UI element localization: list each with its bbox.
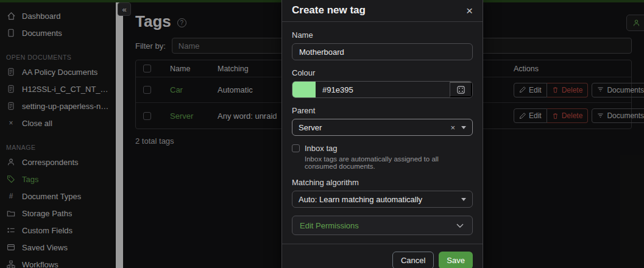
inbox-tag-label: Inbox tag: [305, 144, 338, 153]
dice-icon: [456, 85, 465, 94]
chevron-down-icon[interactable]: [461, 198, 466, 201]
save-button[interactable]: Save: [439, 252, 473, 268]
matching-selected-value: Auto: Learn matching automatically: [299, 195, 461, 204]
create-tag-modal: Create new tag × Name Colour #91e395: [281, 0, 483, 268]
chevron-down-icon: [455, 220, 465, 230]
colour-input-group: #91e395: [292, 81, 473, 98]
inbox-tag-checkbox[interactable]: [292, 144, 300, 152]
inbox-tag-hint: Inbox tags are automatically assigned to…: [305, 155, 473, 170]
app-window: Dashboard Documents OPEN DOCUMENTS AA Po…: [0, 0, 644, 268]
matching-algorithm-label: Matching algorithm: [292, 178, 473, 187]
inbox-tag-row: Inbox tag: [292, 144, 473, 153]
parent-selected-value: Server: [299, 123, 450, 132]
colour-field-label: Colour: [292, 68, 473, 77]
clear-icon[interactable]: ×: [450, 123, 455, 132]
colour-swatch: [292, 82, 316, 97]
parent-field-label: Parent: [292, 106, 473, 115]
chevron-down-icon[interactable]: [461, 126, 466, 129]
cancel-button[interactable]: Cancel: [392, 252, 434, 268]
matching-algorithm-select[interactable]: Auto: Learn matching automatically: [292, 191, 473, 208]
name-field-label: Name: [292, 30, 473, 40]
tag-name-input[interactable]: [292, 43, 473, 60]
edit-permissions-accordion[interactable]: Edit Permissions: [292, 216, 473, 235]
random-colour-button[interactable]: [450, 82, 472, 97]
modal-title: Create new tag: [292, 4, 366, 16]
edit-permissions-label: Edit Permissions: [300, 221, 359, 230]
parent-select[interactable]: Server ×: [292, 119, 473, 136]
close-icon[interactable]: ×: [466, 5, 473, 16]
colour-hex-input[interactable]: #91e395: [316, 82, 450, 97]
